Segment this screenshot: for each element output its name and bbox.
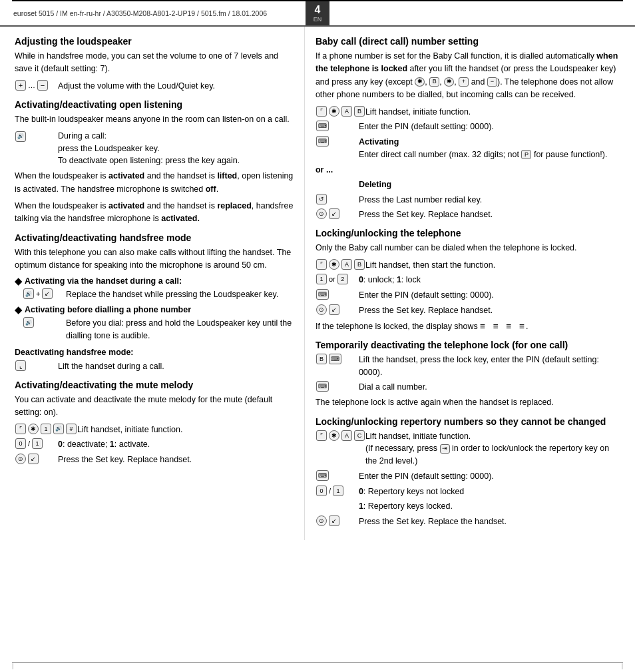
icons-temp-deact: B ⌨ (316, 354, 359, 364)
instr-rep-1: 1: Repertory keys locked. (316, 500, 620, 513)
bullet-label-1: Activating via the handset during a call… (25, 276, 182, 286)
content-area: Adjusting the loudspeaker While in hands… (0, 27, 635, 540)
ellipsis-sep: … (28, 81, 35, 89)
c-rep-icon: C (354, 430, 365, 441)
handset-up-rep-icon: ⌜ (316, 430, 327, 441)
keypad-baby-act-icon: ⌨ (316, 136, 329, 147)
minus-except-icon: − (487, 77, 497, 87)
deleting-label: Deleting (359, 180, 391, 189)
key-1-rep-icon: 1 (333, 486, 343, 496)
header-right (318, 1, 635, 25)
left-column: Adjusting the loudspeaker While in hands… (0, 27, 305, 540)
speaker-mute-icon: 🔊 (53, 424, 64, 434)
icons-baby-activating: ⌨ (316, 136, 359, 147)
speaker-before-icon: 🔊 (23, 317, 34, 328)
handset-up-baby-icon: ⌜ (316, 106, 327, 117)
heading-open-listening: Activating/deactivating open listening (15, 99, 294, 110)
desc-lock-set: Press the Set key. Replace handset. (359, 304, 620, 317)
instr-lock-set: ⊙ ↙ Press the Set key. Replace handset. (316, 304, 620, 317)
keypad-lock-pin-icon: ⌨ (316, 289, 329, 300)
desc-open-listen: During a call: press the Loudspeaker key… (58, 130, 294, 167)
instr-mute-set: ⊙ ↙ Press the Set key. Replace handset. (15, 454, 294, 466)
star-except2-icon: ✱ (444, 77, 454, 87)
instr-open-listen: 🔊 During a call: press the Loudspeaker k… (15, 130, 294, 167)
desc-adjust-volume: Adjust the volume with the Loud/Quiet ke… (58, 80, 294, 93)
hash-key-icon: # (66, 424, 77, 434)
or-line: or ... (316, 164, 620, 176)
instr-baby-deleting-header: Deleting (316, 178, 620, 191)
a-rep-icon: A (341, 430, 352, 441)
speaker-during-icon: 🔊 (23, 288, 34, 299)
heading-locking: Locking/unlocking the telephone (316, 228, 620, 238)
handset-down-rep-icon: ↙ (329, 515, 339, 526)
icons-adjust: + … − (15, 80, 58, 91)
b-temp-icon: B (316, 354, 327, 364)
icons-rep-init: ⌜ ✱ A C (316, 430, 365, 441)
page-header: euroset 5015 / IM en-fr-ru-hr / A30350-M… (0, 1, 635, 27)
handset-down-mute-icon: ↙ (28, 454, 39, 464)
handset-down-icon: ↙ (42, 288, 53, 299)
icons-lock-01: 1 or 2 (316, 274, 359, 284)
icons-baby-init: ⌜ ✱ A B (316, 106, 365, 117)
desc-handsfree-before: Before you dial: press and hold the Loud… (66, 317, 294, 342)
activating-label: Activating (359, 137, 399, 147)
icons-mute-set: ⊙ ↙ (15, 454, 58, 464)
instr-rep-init: ⌜ ✱ A C Lift handset, initiate function.… (316, 430, 620, 468)
icons-mute-init: ⌜ ✱ 1 🔊 # (15, 424, 77, 434)
icons-lock-set: ⊙ ↙ (316, 304, 359, 315)
instr-rep-pin: ⌨ Enter the PIN (default setting: 0000). (316, 470, 620, 483)
desc-baby-set: Press the Set key. Replace handset. (359, 208, 620, 221)
desc-lock-pin: Enter the PIN (default setting: 0000). (359, 289, 620, 302)
desc-rep-set: Press the Set key. Replace the handset. (359, 515, 620, 528)
desc-lock-init: Lift handset, then start the function. (365, 259, 620, 272)
lock-display-chars: ≡ ≡ ≡ ≡ (480, 321, 526, 331)
handset-down-lock-icon: ↙ (329, 304, 339, 315)
desc-baby-activating: Activating Enter direct call number (max… (359, 136, 620, 161)
heading-repertory: Locking/unlocking repertory numbers so t… (316, 416, 620, 427)
b-except-icon: B (429, 77, 439, 87)
para-open-listening: The built-in loudspeaker means anyone in… (15, 113, 294, 126)
icons-rep-set: ⊙ ↙ (316, 515, 359, 526)
desc-handsfree-during: Replace the handset while pressing the L… (66, 288, 294, 301)
instr-rep-set: ⊙ ↙ Press the Set key. Replace the hands… (316, 515, 620, 528)
speaker-key-icon: 🔊 (15, 131, 26, 142)
desc-rep-1: 1: Repertory keys locked. (359, 500, 620, 513)
key-2-lock-icon: 2 (337, 274, 348, 284)
bullet-activating-before: ◆ Activating before dialling a phone num… (15, 304, 294, 342)
icons-baby-set: ⊙ ↙ (316, 208, 359, 219)
desc-rep-0: 0: Repertory keys not locked (359, 486, 620, 498)
header-left: euroset 5015 / IM en-fr-ru-hr / A30350-M… (0, 1, 318, 25)
instr-handsfree-before: 🔊 Before you dial: press and hold the Lo… (15, 317, 294, 342)
lift-icon: ⌞ (15, 360, 26, 371)
b-lock-icon: B (354, 259, 365, 270)
set-baby-icon: ⊙ (316, 208, 327, 219)
a-baby-icon: A (341, 106, 352, 117)
instr-lock-01: 1 or 2 0: unlock; 1: lock (316, 274, 620, 286)
para-activated-replaced: When the loudspeaker is activated and th… (15, 200, 294, 226)
star-baby-icon: ✱ (329, 106, 339, 117)
minus-key-icon: − (37, 80, 48, 91)
para-handsfree: With this telephone you can also make ca… (15, 246, 294, 272)
instr-deact-handsfree: ⌞ Lift the handset during a call. (15, 360, 294, 373)
bullet-sym-2: ◆ (15, 304, 22, 315)
key-0-mute-icon: 0 (15, 438, 26, 449)
para-lock-display: If the telephone is locked, the display … (316, 320, 620, 333)
slash-sep: / (28, 440, 30, 448)
icons-lock-pin: ⌨ (316, 289, 359, 300)
heading-adjusting: Adjusting the loudspeaker (15, 36, 294, 47)
bullet-activating-during-call: ◆ Activating via the handset during a ca… (15, 276, 294, 301)
instr-baby-set: ⊙ ↙ Press the Set key. Replace handset. (316, 208, 620, 221)
instr-rep-0: 0 / 1 0: Repertory keys not locked (316, 486, 620, 498)
heading-temp-deact: Temporarily deactivating the telephone l… (316, 340, 620, 350)
key-1-mute-icon: 1 (32, 438, 43, 449)
desc-rep-init: Lift handset, initiate function. (If nec… (365, 430, 620, 468)
or-sep: or (329, 275, 335, 283)
page: euroset 5015 / IM en-fr-ru-hr / A30350-M… (0, 0, 635, 672)
icons-handsfree-before: 🔊 (23, 317, 66, 328)
bullet-header-1: ◆ Activating via the handset during a ca… (15, 276, 294, 286)
icons-open-listen: 🔊 (15, 130, 58, 142)
desc-temp-dial: Dial a call number. (359, 381, 620, 394)
desc-temp-deact: Lift the handset, press the lock key, en… (359, 354, 620, 379)
heading-baby-call: Baby call (direct call) number setting (316, 36, 620, 47)
keypad-baby-pin-icon: ⌨ (316, 121, 329, 131)
